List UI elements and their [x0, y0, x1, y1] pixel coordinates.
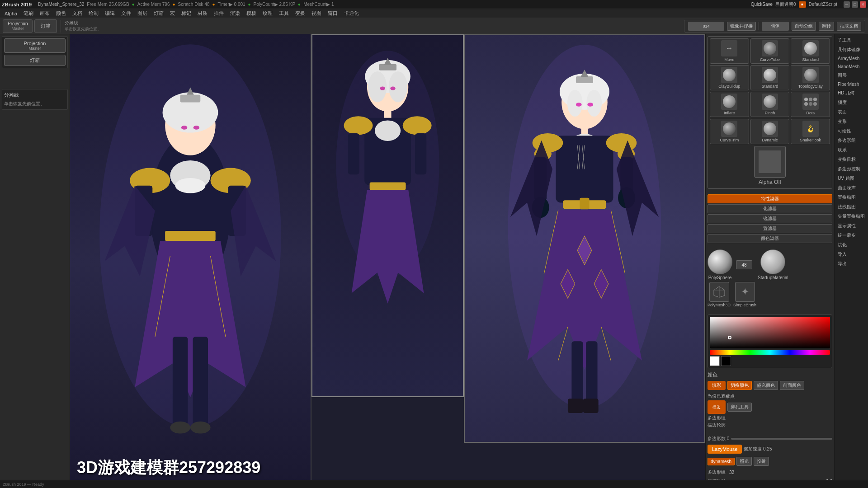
polymesh3d-item[interactable]: PolyMesh3D: [708, 282, 731, 307]
startup-material-item[interactable]: StartupMaterial: [758, 249, 788, 280]
dynamesh-small-btn[interactable]: dynamesh: [708, 458, 735, 465]
polysphere-item[interactable]: PolySphere: [708, 249, 732, 280]
far-right-show-prop[interactable]: 显示属性: [836, 221, 867, 230]
switch-color-btn[interactable]: 切换颜色: [727, 381, 752, 390]
menu-window[interactable]: 窗口: [325, 9, 340, 18]
far-right-sub-tools[interactable]: 子工具: [836, 36, 867, 45]
color-filter[interactable]: 颜色滤器: [708, 234, 832, 243]
brush-pinch[interactable]: Pinch: [750, 92, 790, 117]
polysphere-preview[interactable]: [708, 249, 732, 274]
menu-view[interactable]: 视图: [309, 9, 324, 18]
brush-standard-1[interactable]: Standard: [791, 38, 830, 64]
brush-snakehook[interactable]: 🪝 SnakeHook: [791, 119, 830, 144]
far-right-import[interactable]: 导入: [836, 250, 867, 259]
far-right-unified-skin[interactable]: 统一蒙皮: [836, 231, 867, 240]
far-right-surface[interactable]: 表面: [836, 108, 867, 117]
menu-transform[interactable]: 变换: [292, 9, 308, 18]
swatch-white[interactable]: [710, 356, 720, 366]
far-right-baking[interactable]: 烘化: [836, 240, 867, 249]
brush-inflate[interactable]: Inflate: [710, 92, 749, 117]
menu-lightbox[interactable]: 灯箱: [151, 9, 166, 18]
menu-draw[interactable]: 绘制: [86, 9, 101, 18]
simplebranch-icon[interactable]: ✦: [735, 282, 755, 302]
far-right-connection[interactable]: 联系: [836, 145, 867, 155]
menu-texture[interactable]: 纹理: [260, 9, 275, 18]
project-btn[interactable]: 投射: [754, 457, 769, 466]
smooth-filter[interactable]: 置滤器: [708, 224, 832, 233]
menu-file[interactable]: 文件: [118, 9, 134, 18]
brush-claybuildup[interactable]: ClayBuildup: [710, 65, 749, 90]
brush-standard-2[interactable]: Standard: [750, 65, 790, 90]
orange-icon[interactable]: ■: [799, 1, 806, 8]
fill-color-btn[interactable]: 盛充颜色: [754, 381, 778, 390]
drill-tool-btn[interactable]: 穿孔工具: [727, 403, 752, 412]
far-right-uv-map[interactable]: UV 贴图: [836, 174, 867, 183]
far-right-vector-disp[interactable]: 矢量置换贴图: [836, 212, 867, 221]
menu-alpha[interactable]: Alpha: [2, 10, 20, 17]
extract-doc-button[interactable]: 抽取文档: [837, 22, 861, 31]
merge-weld-button[interactable]: 镜像并焊接: [727, 22, 756, 31]
far-right-hd-geo[interactable]: HD 几何: [836, 89, 867, 98]
maximize-button[interactable]: □: [852, 1, 858, 8]
poly-count-slider[interactable]: [731, 438, 832, 440]
reduction-filter[interactable]: 化滤器: [708, 204, 832, 213]
projection-master-button[interactable]: Projection Master: [3, 19, 33, 33]
brush-curvetrim[interactable]: CurveTrim: [710, 119, 749, 144]
projection-btn[interactable]: Projection Master: [4, 38, 66, 53]
brush-topologyclay[interactable]: TopologyClay: [791, 65, 830, 90]
front-back-btn[interactable]: 前面颜色: [780, 381, 804, 390]
menu-plugin[interactable]: 插件: [211, 9, 226, 18]
startup-material-preview[interactable]: [760, 249, 785, 274]
lightbox-btn[interactable]: 灯箱: [4, 55, 66, 66]
menu-layer[interactable]: 图层: [135, 9, 150, 18]
menu-edit[interactable]: 编辑: [102, 9, 118, 18]
swatch-black[interactable]: [721, 356, 731, 366]
flip-button[interactable]: 翻转: [819, 22, 834, 31]
menu-tool[interactable]: 工具: [276, 9, 292, 18]
lightbox-button[interactable]: 灯箱: [34, 19, 57, 33]
color-gradient-box[interactable]: [710, 317, 830, 348]
alpha-off-preview[interactable]: [754, 146, 786, 178]
far-right-fiber-mesh[interactable]: FiberMesh: [836, 80, 867, 88]
brush-move[interactable]: ↔ Move: [710, 38, 749, 64]
menu-stencil[interactable]: 模板: [244, 9, 259, 18]
simplebranch-item[interactable]: ✦ SimpleBrush: [733, 282, 756, 307]
lazymouse-button[interactable]: LazyMouse: [708, 445, 742, 454]
brush-dots[interactable]: Dots: [791, 92, 830, 117]
polymesh3d-icon[interactable]: [709, 282, 729, 302]
far-right-surface-noise[interactable]: 曲面噪声: [836, 183, 867, 192]
close-button[interactable]: ✕: [860, 1, 866, 8]
characteristic-filter[interactable]: 特性滤器: [708, 194, 832, 203]
far-right-speed[interactable]: 频度: [836, 98, 867, 107]
far-right-image[interactable]: 图层: [836, 71, 867, 80]
menu-document[interactable]: 文档: [70, 9, 85, 18]
viewport-center[interactable]: [311, 34, 464, 397]
far-right-normal-map[interactable]: 法线贴图: [836, 202, 867, 211]
menu-canvas[interactable]: 画布: [37, 9, 52, 18]
far-right-export[interactable]: 导出: [836, 259, 867, 268]
far-right-geometry-mirror[interactable]: 几何体镜像: [836, 45, 867, 54]
menu-material[interactable]: 材质: [195, 9, 210, 18]
polysphere-num-input[interactable]: 48: [736, 260, 752, 269]
far-right-nano-mesh[interactable]: NanoMesh: [836, 63, 867, 70]
hue-bar[interactable]: [710, 350, 830, 355]
far-right-array-mesh[interactable]: ArrayMesh: [836, 55, 867, 62]
far-right-map-replace[interactable]: 置换贴图: [836, 193, 867, 202]
auto-group-button[interactable]: 自动分组: [792, 22, 816, 31]
minimize-button[interactable]: ─: [844, 1, 850, 8]
far-right-morph-target[interactable]: 变换目标: [836, 155, 867, 164]
fill-object-btn[interactable]: 填彩: [708, 381, 726, 390]
viewport-right[interactable]: [464, 34, 705, 443]
brush-curvetube[interactable]: CurveTube: [750, 38, 790, 64]
sharpen-filter[interactable]: 锐滤器: [708, 214, 832, 223]
stroke-btn-orange[interactable]: 描边: [708, 400, 726, 414]
menu-macro[interactable]: 宏: [167, 9, 178, 18]
quicksave-label[interactable]: QuickSave: [751, 2, 773, 7]
menu-brush[interactable]: 笔刷: [21, 9, 36, 18]
menu-toon[interactable]: 卡通化: [341, 9, 362, 18]
menu-marker[interactable]: 标记: [179, 9, 194, 18]
far-right-multi-map[interactable]: 多边形组: [836, 136, 867, 145]
brush-dynamic[interactable]: Dynamic: [750, 119, 790, 144]
menu-color[interactable]: 颜色: [53, 9, 69, 18]
far-right-multi-deformer[interactable]: 多边形控制: [836, 164, 867, 174]
